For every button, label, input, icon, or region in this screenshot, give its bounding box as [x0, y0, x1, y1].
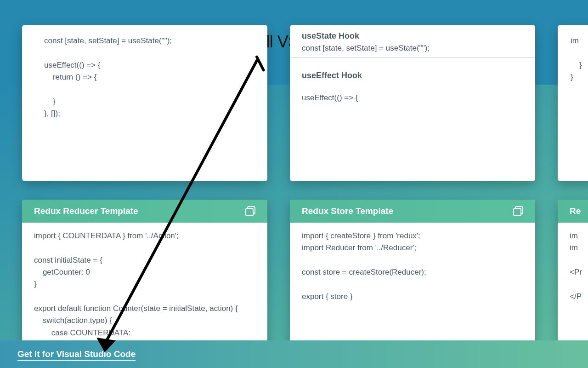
- snippet-code: useEffect(() => {: [302, 93, 523, 103]
- snippet-useeffect: useEffect Hook useEffect(() => {: [290, 58, 535, 107]
- card-hook-snippets: useState Hook const [state, setState] = …: [290, 25, 535, 181]
- cards-area: const [state, setState] = useState(""); …: [0, 85, 588, 340]
- snippet-usestate: useState Hook const [state, setState] = …: [290, 25, 535, 58]
- card-header: Redux Store Template: [290, 200, 535, 223]
- code-block: import { COUNTERDATA } from '../Action';…: [22, 223, 267, 346]
- copy-icon[interactable]: [245, 206, 255, 216]
- card-title: Redux Reducer Template: [34, 206, 138, 216]
- card-title: Re: [570, 206, 581, 216]
- snippet-code: const [state, setState] = useState("");: [302, 44, 523, 53]
- snippet-title: useState Hook: [302, 31, 523, 41]
- card-redux-store: Redux Store Template import { createStor…: [290, 200, 535, 356]
- code-block: im im <Pr </P: [558, 223, 588, 310]
- snippet-title: useEffect Hook: [302, 71, 523, 80]
- card-partial-bottom-right: Re im im <Pr </P: [558, 200, 588, 356]
- code-block: im } }: [571, 35, 588, 83]
- card-useeffect-code: const [state, setState] = useState(""); …: [22, 25, 267, 181]
- get-vscode-link[interactable]: Get it for Visual Studio Code: [17, 349, 136, 359]
- card-header: Redux Reducer Template: [22, 200, 267, 223]
- copy-icon[interactable]: [513, 206, 523, 216]
- code-block: const [state, setState] = useState(""); …: [44, 35, 260, 120]
- footer-cta-bar: Get it for Visual Studio Code: [0, 340, 588, 368]
- card-title: Redux Store Template: [302, 206, 393, 216]
- card-header: Re: [558, 200, 588, 223]
- code-block: import { createStore } from 'redux'; imp…: [290, 223, 535, 310]
- card-redux-reducer: Redux Reducer Template import { COUNTERD…: [22, 200, 267, 356]
- card-partial-top-right: im } }: [558, 25, 588, 181]
